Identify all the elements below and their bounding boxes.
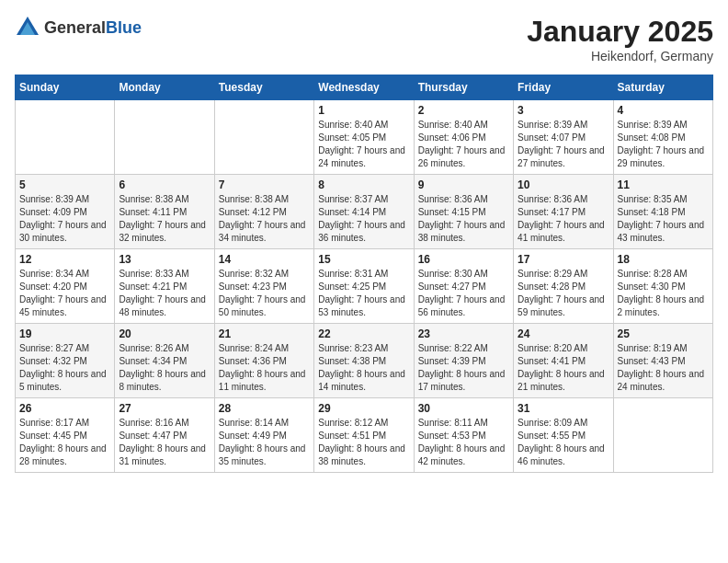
day-number-6: 6 bbox=[119, 178, 210, 191]
cell-1-0: 5Sunrise: 8:39 AM Sunset: 4:09 PM Daylig… bbox=[16, 175, 115, 249]
cell-content-23: Sunrise: 8:22 AM Sunset: 4:39 PM Dayligh… bbox=[418, 342, 509, 394]
day-number-21: 21 bbox=[219, 327, 310, 340]
cell-2-4: 16Sunrise: 8:30 AM Sunset: 4:27 PM Dayli… bbox=[414, 249, 513, 324]
cell-content-24: Sunrise: 8:20 AM Sunset: 4:41 PM Dayligh… bbox=[518, 342, 609, 394]
logo-text-general: General bbox=[44, 18, 106, 37]
cell-4-5: 31Sunrise: 8:09 AM Sunset: 4:55 PM Dayli… bbox=[514, 398, 613, 473]
cell-content-27: Sunrise: 8:16 AM Sunset: 4:47 PM Dayligh… bbox=[119, 417, 210, 468]
cell-4-3: 29Sunrise: 8:12 AM Sunset: 4:51 PM Dayli… bbox=[314, 398, 414, 473]
cell-content-21: Sunrise: 8:24 AM Sunset: 4:36 PM Dayligh… bbox=[219, 342, 310, 394]
cell-1-1: 6Sunrise: 8:38 AM Sunset: 4:11 PM Daylig… bbox=[115, 175, 214, 249]
cell-content-20: Sunrise: 8:26 AM Sunset: 4:34 PM Dayligh… bbox=[119, 342, 210, 394]
cell-content-3: Sunrise: 8:39 AM Sunset: 4:07 PM Dayligh… bbox=[518, 119, 609, 170]
calendar-header-row: SundayMondayTuesdayWednesdayThursdayFrid… bbox=[16, 75, 713, 100]
cell-0-0 bbox=[16, 100, 115, 175]
logo-text-blue: Blue bbox=[106, 18, 142, 37]
day-number-27: 27 bbox=[119, 402, 210, 415]
day-number-28: 28 bbox=[219, 402, 310, 415]
day-number-11: 11 bbox=[618, 178, 709, 191]
page-header: GeneralBlue January 2025 Heikendorf, Ger… bbox=[15, 15, 713, 63]
cell-3-6: 25Sunrise: 8:19 AM Sunset: 4:43 PM Dayli… bbox=[613, 324, 712, 398]
cell-content-30: Sunrise: 8:11 AM Sunset: 4:53 PM Dayligh… bbox=[418, 417, 509, 468]
day-number-12: 12 bbox=[19, 253, 110, 266]
day-number-16: 16 bbox=[418, 253, 509, 266]
cell-content-15: Sunrise: 8:31 AM Sunset: 4:25 PM Dayligh… bbox=[318, 268, 409, 319]
cell-content-17: Sunrise: 8:29 AM Sunset: 4:28 PM Dayligh… bbox=[518, 268, 609, 319]
cell-0-5: 3Sunrise: 8:39 AM Sunset: 4:07 PM Daylig… bbox=[514, 100, 613, 175]
cell-0-3: 1Sunrise: 8:40 AM Sunset: 4:05 PM Daylig… bbox=[314, 100, 414, 175]
cell-content-11: Sunrise: 8:35 AM Sunset: 4:18 PM Dayligh… bbox=[618, 193, 709, 245]
cell-4-1: 27Sunrise: 8:16 AM Sunset: 4:47 PM Dayli… bbox=[115, 398, 214, 473]
week-row-2: 5Sunrise: 8:39 AM Sunset: 4:09 PM Daylig… bbox=[16, 175, 713, 249]
day-number-26: 26 bbox=[19, 402, 110, 415]
cell-content-2: Sunrise: 8:40 AM Sunset: 4:06 PM Dayligh… bbox=[418, 119, 509, 170]
day-number-20: 20 bbox=[119, 327, 210, 340]
day-number-7: 7 bbox=[219, 178, 310, 191]
day-number-17: 17 bbox=[518, 253, 609, 266]
day-number-19: 19 bbox=[19, 327, 110, 340]
header-tuesday: Tuesday bbox=[214, 75, 313, 100]
cell-3-2: 21Sunrise: 8:24 AM Sunset: 4:36 PM Dayli… bbox=[214, 324, 313, 398]
cell-content-12: Sunrise: 8:34 AM Sunset: 4:20 PM Dayligh… bbox=[19, 268, 110, 319]
cell-content-9: Sunrise: 8:36 AM Sunset: 4:15 PM Dayligh… bbox=[418, 193, 509, 245]
cell-2-5: 17Sunrise: 8:29 AM Sunset: 4:28 PM Dayli… bbox=[514, 249, 613, 324]
cell-content-16: Sunrise: 8:30 AM Sunset: 4:27 PM Dayligh… bbox=[418, 268, 509, 319]
cell-1-5: 10Sunrise: 8:36 AM Sunset: 4:17 PM Dayli… bbox=[514, 175, 613, 249]
cell-1-6: 11Sunrise: 8:35 AM Sunset: 4:18 PM Dayli… bbox=[613, 175, 712, 249]
week-row-5: 26Sunrise: 8:17 AM Sunset: 4:45 PM Dayli… bbox=[16, 398, 713, 473]
cell-3-5: 24Sunrise: 8:20 AM Sunset: 4:41 PM Dayli… bbox=[514, 324, 613, 398]
week-row-3: 12Sunrise: 8:34 AM Sunset: 4:20 PM Dayli… bbox=[16, 249, 713, 324]
day-number-14: 14 bbox=[219, 253, 310, 266]
day-number-2: 2 bbox=[418, 104, 509, 117]
week-row-4: 19Sunrise: 8:27 AM Sunset: 4:32 PM Dayli… bbox=[16, 324, 713, 398]
day-number-9: 9 bbox=[418, 178, 509, 191]
cell-content-26: Sunrise: 8:17 AM Sunset: 4:45 PM Dayligh… bbox=[19, 417, 110, 468]
day-number-30: 30 bbox=[418, 402, 509, 415]
cell-4-0: 26Sunrise: 8:17 AM Sunset: 4:45 PM Dayli… bbox=[16, 398, 115, 473]
cell-2-3: 15Sunrise: 8:31 AM Sunset: 4:25 PM Dayli… bbox=[314, 249, 414, 324]
day-number-5: 5 bbox=[19, 178, 110, 191]
header-monday: Monday bbox=[115, 75, 214, 100]
cell-content-31: Sunrise: 8:09 AM Sunset: 4:55 PM Dayligh… bbox=[518, 417, 609, 468]
header-saturday: Saturday bbox=[613, 75, 712, 100]
calendar-table: SundayMondayTuesdayWednesdayThursdayFrid… bbox=[15, 75, 713, 473]
day-number-18: 18 bbox=[618, 253, 709, 266]
cell-2-2: 14Sunrise: 8:32 AM Sunset: 4:23 PM Dayli… bbox=[214, 249, 313, 324]
cell-0-1 bbox=[115, 100, 214, 175]
calendar-title: January 2025 bbox=[527, 15, 713, 49]
day-number-10: 10 bbox=[518, 178, 609, 191]
cell-content-10: Sunrise: 8:36 AM Sunset: 4:17 PM Dayligh… bbox=[518, 193, 609, 245]
day-number-13: 13 bbox=[119, 253, 210, 266]
cell-4-6 bbox=[613, 398, 712, 473]
day-number-29: 29 bbox=[318, 402, 409, 415]
cell-0-2 bbox=[214, 100, 313, 175]
cell-3-1: 20Sunrise: 8:26 AM Sunset: 4:34 PM Dayli… bbox=[115, 324, 214, 398]
cell-content-25: Sunrise: 8:19 AM Sunset: 4:43 PM Dayligh… bbox=[618, 342, 709, 394]
cell-content-5: Sunrise: 8:39 AM Sunset: 4:09 PM Dayligh… bbox=[19, 193, 110, 245]
week-row-1: 1Sunrise: 8:40 AM Sunset: 4:05 PM Daylig… bbox=[16, 100, 713, 175]
day-number-22: 22 bbox=[318, 327, 409, 340]
cell-2-0: 12Sunrise: 8:34 AM Sunset: 4:20 PM Dayli… bbox=[16, 249, 115, 324]
cell-3-0: 19Sunrise: 8:27 AM Sunset: 4:32 PM Dayli… bbox=[16, 324, 115, 398]
cell-1-3: 8Sunrise: 8:37 AM Sunset: 4:14 PM Daylig… bbox=[314, 175, 414, 249]
header-wednesday: Wednesday bbox=[314, 75, 414, 100]
day-number-8: 8 bbox=[318, 178, 409, 191]
header-thursday: Thursday bbox=[414, 75, 513, 100]
cell-content-22: Sunrise: 8:23 AM Sunset: 4:38 PM Dayligh… bbox=[318, 342, 409, 394]
cell-content-28: Sunrise: 8:14 AM Sunset: 4:49 PM Dayligh… bbox=[219, 417, 310, 468]
cell-4-2: 28Sunrise: 8:14 AM Sunset: 4:49 PM Dayli… bbox=[214, 398, 313, 473]
cell-4-4: 30Sunrise: 8:11 AM Sunset: 4:53 PM Dayli… bbox=[414, 398, 513, 473]
day-number-4: 4 bbox=[618, 104, 709, 117]
cell-content-4: Sunrise: 8:39 AM Sunset: 4:08 PM Dayligh… bbox=[618, 119, 709, 170]
title-block: January 2025 Heikendorf, Germany bbox=[527, 15, 713, 63]
cell-2-6: 18Sunrise: 8:28 AM Sunset: 4:30 PM Dayli… bbox=[613, 249, 712, 324]
header-sunday: Sunday bbox=[16, 75, 115, 100]
day-number-31: 31 bbox=[518, 402, 609, 415]
cell-content-18: Sunrise: 8:28 AM Sunset: 4:30 PM Dayligh… bbox=[618, 268, 709, 319]
cell-content-14: Sunrise: 8:32 AM Sunset: 4:23 PM Dayligh… bbox=[219, 268, 310, 319]
header-friday: Friday bbox=[514, 75, 613, 100]
cell-content-6: Sunrise: 8:38 AM Sunset: 4:11 PM Dayligh… bbox=[119, 193, 210, 245]
day-number-15: 15 bbox=[318, 253, 409, 266]
cell-3-4: 23Sunrise: 8:22 AM Sunset: 4:39 PM Dayli… bbox=[414, 324, 513, 398]
day-number-24: 24 bbox=[518, 327, 609, 340]
